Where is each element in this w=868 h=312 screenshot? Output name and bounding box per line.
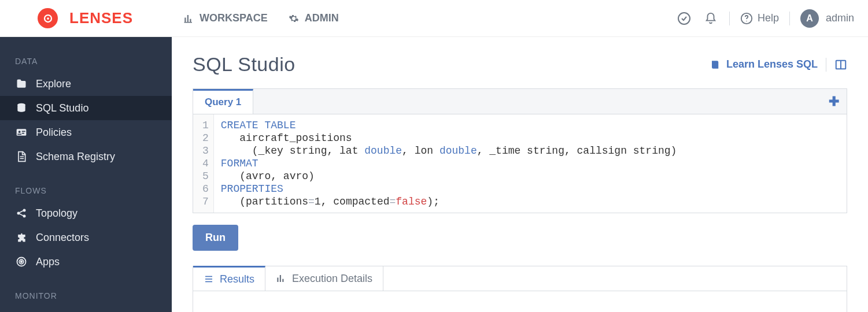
plus-icon: ✚ <box>829 94 839 109</box>
avatar: A <box>800 9 819 28</box>
sidebar-item-label: Explore <box>36 78 71 90</box>
svg-point-6 <box>678 13 690 24</box>
sidebar-item-connectors[interactable]: Connectors <box>0 225 172 250</box>
divider <box>826 58 826 72</box>
svg-point-17 <box>23 215 26 218</box>
brand[interactable]: LENSES <box>0 8 172 28</box>
id-card-icon <box>15 126 28 139</box>
page-title: SQL Studio <box>193 53 296 76</box>
divider <box>729 12 730 25</box>
run-button[interactable]: Run <box>193 225 238 251</box>
svg-point-11 <box>19 131 21 133</box>
svg-rect-4 <box>190 18 191 21</box>
help-icon <box>740 12 753 25</box>
sidebar-section-flows: FLOWS <box>0 179 172 201</box>
main-content: SQL Studio Learn Lenses SQL Query 1 <box>172 37 868 312</box>
nav-admin[interactable]: ADMIN <box>289 12 339 24</box>
svg-rect-27 <box>280 275 281 282</box>
learn-link-label: Learn Lenses SQL <box>726 58 818 70</box>
svg-point-20 <box>21 261 23 263</box>
svg-rect-26 <box>277 278 278 283</box>
svg-point-1 <box>47 17 49 20</box>
page-header: SQL Studio Learn Lenses SQL <box>193 53 847 76</box>
sidebar-item-label: Topology <box>36 207 77 220</box>
svg-point-8 <box>746 20 747 21</box>
sidebar-item-sql-studio[interactable]: SQL Studio <box>0 96 172 120</box>
status-check-icon[interactable] <box>676 10 692 27</box>
query-tab-label: Query 1 <box>205 96 241 108</box>
bar-chart-icon <box>183 13 194 24</box>
sql-editor[interactable]: 1234567 CREATE TABLE aircraft_positions … <box>193 114 847 213</box>
divider <box>789 12 790 25</box>
svg-rect-13 <box>22 133 24 134</box>
results-tab-results[interactable]: Results <box>193 266 265 291</box>
user-menu[interactable]: A admin <box>800 9 854 28</box>
editor-code[interactable]: CREATE TABLE aircraft_positions (_key st… <box>214 114 684 213</box>
svg-rect-28 <box>282 279 283 282</box>
nav-workspace-label: WORKSPACE <box>200 12 268 24</box>
sidebar-item-label: SQL Studio <box>36 102 88 114</box>
results-tabs: Results Execution Details <box>193 266 847 291</box>
sidebar-item-label: Connectors <box>36 232 89 244</box>
nav-admin-label: ADMIN <box>305 12 339 24</box>
results-tab-label: Execution Details <box>292 273 372 285</box>
sidebar-item-policies[interactable]: Policies <box>0 120 172 144</box>
sidebar: DATA Explore SQL Studio Policies Schema … <box>0 37 172 312</box>
add-query-tab-button[interactable]: ✚ <box>821 89 847 114</box>
brand-logo-icon <box>38 8 58 28</box>
topbar: LENSES WORKSPACE ADMIN Help <box>0 0 868 37</box>
share-nodes-icon <box>15 207 28 220</box>
svg-rect-2 <box>184 17 186 22</box>
sidebar-item-apps[interactable]: Apps <box>0 250 172 274</box>
document-icon <box>15 150 28 163</box>
sidebar-section-data: DATA <box>0 50 172 72</box>
bell-icon[interactable] <box>703 10 719 27</box>
query-tab-1[interactable]: Query 1 <box>193 89 253 114</box>
help-label: Help <box>758 12 779 24</box>
brand-text: LENSES <box>69 9 133 27</box>
svg-rect-3 <box>187 15 189 22</box>
svg-rect-12 <box>22 131 25 132</box>
editor-gutter: 1234567 <box>193 114 214 213</box>
results-tab-label: Results <box>220 273 254 285</box>
user-name-label: admin <box>826 12 854 24</box>
folder-icon <box>15 77 28 90</box>
target-icon <box>15 255 28 268</box>
svg-rect-14 <box>17 134 21 135</box>
help-link[interactable]: Help <box>740 12 779 25</box>
sidebar-item-schema-registry[interactable]: Schema Registry <box>0 144 172 169</box>
puzzle-icon <box>15 231 28 244</box>
sidebar-section-monitor: MONITOR <box>0 284 172 306</box>
sidebar-item-topology[interactable]: Topology <box>0 201 172 225</box>
svg-rect-5 <box>184 22 193 23</box>
results-body <box>193 291 847 312</box>
sidebar-item-label: Apps <box>36 256 60 268</box>
query-tabs: Query 1 ✚ <box>193 88 847 114</box>
bar-chart-icon <box>276 273 286 284</box>
database-icon <box>15 102 28 114</box>
top-nav: WORKSPACE ADMIN <box>183 12 339 24</box>
results-tab-execution[interactable]: Execution Details <box>265 266 383 291</box>
gear-icon <box>289 13 299 24</box>
sidebar-item-label: Schema Registry <box>36 151 115 163</box>
svg-point-16 <box>23 209 26 212</box>
book-icon <box>710 60 721 70</box>
list-icon <box>204 274 214 284</box>
sidebar-item-explore[interactable]: Explore <box>0 72 172 96</box>
topbar-right: Help A admin <box>676 9 854 28</box>
svg-point-15 <box>17 212 20 215</box>
layout-toggle-icon[interactable] <box>834 58 847 71</box>
nav-workspace[interactable]: WORKSPACE <box>183 12 268 24</box>
learn-sql-link[interactable]: Learn Lenses SQL <box>710 58 818 70</box>
sidebar-item-label: Policies <box>36 127 72 139</box>
